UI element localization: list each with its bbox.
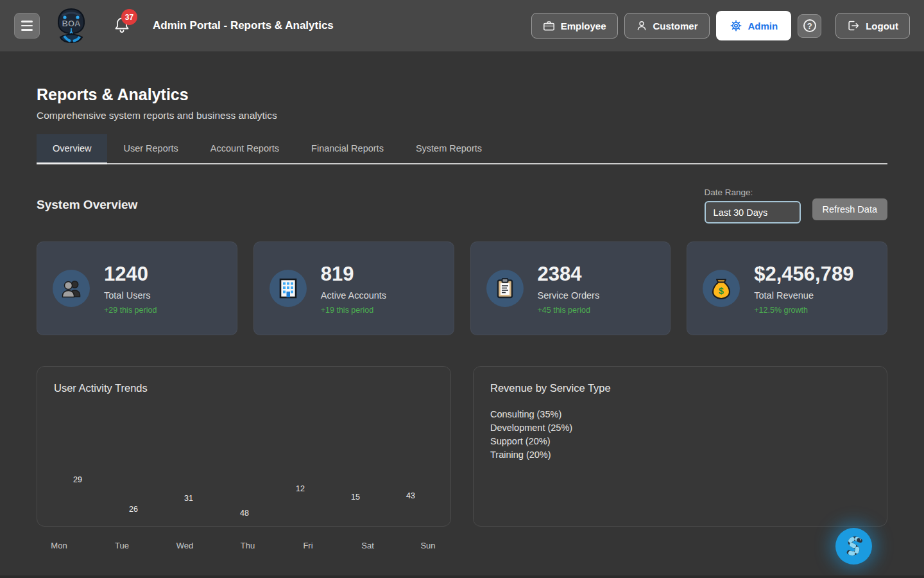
boa-logo: BOA — [54, 7, 89, 44]
stat-label: Total Revenue — [754, 290, 853, 301]
day-label-wed: Wed — [176, 541, 194, 550]
svg-text:BOA: BOA — [62, 19, 81, 28]
clipboard-icon — [486, 270, 524, 307]
snake-icon — [842, 534, 866, 559]
revenue-panel: Revenue by Service Type Consulting (35%)… — [473, 366, 887, 527]
stat-cards: 1240 Total Users +29 this period 819 — [37, 241, 887, 335]
main-content: Reports & Analytics Comprehensive system… — [0, 85, 924, 527]
day-label-sun: Sun — [420, 541, 435, 550]
briefcase-icon — [543, 21, 555, 31]
date-range-select[interactable]: Last 30 Days — [705, 201, 801, 223]
stat-value: 1240 — [104, 263, 157, 286]
chart-panels: User Activity Trends 29 26 31 48 12 15 4… — [37, 366, 887, 527]
stat-card-service-orders: 2384 Service Orders +45 this period — [470, 241, 671, 335]
users-icon — [53, 270, 90, 307]
stat-card-total-revenue: $ $2,456,789 Total Revenue +12.5% growth — [687, 241, 887, 335]
day-label-tue: Tue — [115, 541, 129, 550]
tab-user-reports[interactable]: User Reports — [107, 134, 194, 163]
tab-financial-reports[interactable]: Financial Reports — [295, 134, 400, 163]
date-range-label: Date Range: — [705, 188, 801, 197]
activity-value-mon: 29 — [73, 475, 82, 484]
admin-button-label: Admin — [748, 21, 778, 31]
tab-account-reports[interactable]: Account Reports — [194, 134, 295, 163]
day-label-sat: Sat — [361, 541, 374, 550]
page-title: Reports & Analytics — [37, 85, 887, 104]
revenue-item-training: Training (20%) — [490, 448, 870, 462]
top-header: BOA 37 Admin Portal - Reports & Analytic… — [0, 0, 924, 51]
refresh-data-button[interactable]: Refresh Data — [812, 198, 887, 220]
snake-logo-icon: BOA — [54, 7, 89, 44]
moneybag-icon: $ — [703, 270, 740, 307]
logout-icon — [847, 20, 860, 31]
admin-button[interactable]: Admin — [716, 11, 792, 40]
revenue-list: Consulting (35%) Development (25%) Suppo… — [490, 408, 870, 462]
customer-button-label: Customer — [653, 21, 698, 31]
activity-value-sun: 43 — [406, 491, 415, 500]
customer-button[interactable]: Customer — [624, 13, 710, 39]
bottom-edge — [0, 575, 924, 578]
range-controls: Date Range: Last 30 Days Refresh Data — [705, 188, 887, 223]
stat-delta: +29 this period — [104, 306, 157, 315]
section-title: System Overview — [37, 198, 137, 212]
stat-label: Active Accounts — [321, 290, 386, 301]
activity-value-tue: 26 — [129, 505, 138, 514]
activity-value-wed: 31 — [184, 494, 193, 503]
stat-delta: +12.5% growth — [754, 306, 853, 315]
hamburger-icon — [21, 21, 33, 30]
tab-system-reports[interactable]: System Reports — [400, 134, 498, 163]
page-subtitle: Comprehensive system reports and busines… — [37, 110, 887, 121]
revenue-item-development: Development (25%) — [490, 421, 870, 435]
revenue-item-support: Support (20%) — [490, 435, 870, 448]
day-label-thu: Thu — [241, 541, 255, 550]
person-icon — [636, 20, 647, 31]
activity-value-fri: 12 — [296, 484, 305, 493]
activity-value-sat: 15 — [351, 493, 360, 502]
day-label-fri: Fri — [303, 541, 312, 550]
svg-text:$: $ — [719, 286, 724, 296]
system-overview-header: System Overview Date Range: Last 30 Days… — [37, 188, 887, 223]
day-label-mon: Mon — [51, 541, 67, 550]
stat-value: $2,456,789 — [754, 263, 853, 286]
revenue-item-consulting: Consulting (35%) — [490, 408, 870, 421]
employee-button-label: Employee — [561, 21, 606, 31]
revenue-panel-title: Revenue by Service Type — [490, 382, 870, 394]
stat-delta: +45 this period — [538, 306, 600, 315]
logout-button-label: Logout — [866, 21, 898, 31]
stat-value: 2384 — [538, 263, 600, 286]
hamburger-menu-button[interactable] — [14, 13, 40, 39]
user-activity-panel: User Activity Trends 29 26 31 48 12 15 4… — [37, 366, 451, 527]
logout-button[interactable]: Logout — [835, 13, 910, 39]
activity-value-thu: 48 — [240, 509, 249, 518]
tab-overview[interactable]: Overview — [37, 134, 107, 164]
notifications-button[interactable]: 37 — [114, 17, 131, 35]
stat-card-total-users: 1240 Total Users +29 this period — [37, 241, 237, 335]
gear-icon — [730, 19, 742, 32]
activity-panel-title: User Activity Trends — [54, 382, 434, 394]
header-actions: Employee Customer Admin ? — [531, 11, 910, 40]
report-tabs: Overview User Reports Account Reports Fi… — [37, 134, 887, 164]
stat-value: 819 — [321, 263, 386, 286]
stat-card-active-accounts: 819 Active Accounts +19 this period — [253, 241, 454, 335]
user-activity-section: User Activity Trends 29 26 31 48 12 15 4… — [37, 366, 451, 527]
stat-label: Total Users — [104, 290, 157, 301]
notification-badge: 37 — [121, 9, 137, 25]
help-button[interactable]: ? — [798, 14, 821, 38]
stat-label: Service Orders — [538, 290, 600, 301]
stat-delta: +19 this period — [321, 306, 386, 315]
building-icon — [270, 270, 307, 307]
question-icon: ? — [803, 19, 816, 32]
snake-fab-button[interactable] — [835, 528, 872, 565]
app-title: Admin Portal - Reports & Analytics — [153, 19, 334, 32]
employee-button[interactable]: Employee — [531, 13, 618, 39]
